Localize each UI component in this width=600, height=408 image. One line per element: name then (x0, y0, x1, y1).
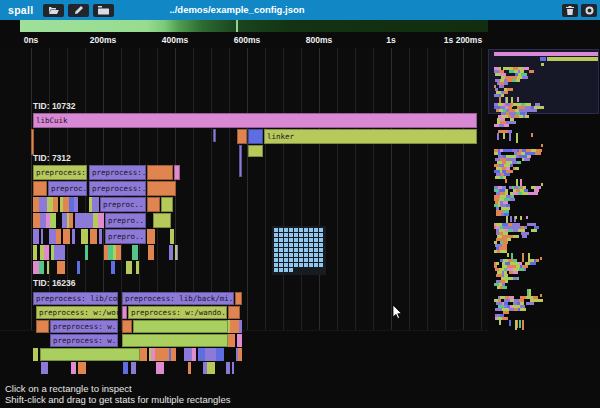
flame-fragment[interactable] (69, 213, 72, 228)
event-dot[interactable] (284, 253, 288, 257)
flame-fragment[interactable] (77, 261, 80, 274)
flame-bar[interactable] (133, 320, 228, 333)
event-dot[interactable] (314, 243, 318, 247)
event-dot[interactable] (299, 233, 303, 237)
flame-fragment[interactable] (170, 229, 173, 244)
flame-bar[interactable] (122, 334, 228, 347)
event-dot[interactable] (279, 238, 283, 242)
event-dot[interactable] (304, 263, 308, 267)
event-dot[interactable] (279, 228, 283, 232)
flame-bar[interactable] (122, 306, 127, 319)
flame-bar[interactable]: linker (264, 129, 477, 144)
flame-fragment[interactable] (228, 334, 235, 347)
event-dot[interactable] (294, 258, 298, 262)
event-dot[interactable] (299, 263, 303, 267)
flame-fragment[interactable] (188, 362, 190, 374)
flame-bar[interactable] (147, 165, 173, 180)
event-dot[interactable] (274, 258, 278, 262)
flame-bar[interactable]: preprocess:.. (89, 181, 146, 196)
event-dot[interactable] (309, 243, 313, 247)
event-dot[interactable] (314, 253, 318, 257)
event-dot[interactable] (304, 258, 308, 262)
flame-fragment[interactable] (184, 348, 193, 361)
event-dot[interactable] (274, 253, 278, 257)
event-dot[interactable] (289, 263, 293, 267)
flame-bar[interactable]: preprocess:.. (89, 165, 146, 180)
flame-fragment[interactable] (41, 229, 43, 244)
flame-bar[interactable] (174, 165, 180, 180)
event-dot[interactable] (279, 233, 283, 237)
flame-fragment[interactable] (171, 348, 176, 361)
flame-fragment[interactable] (57, 261, 65, 274)
flame-fragment[interactable] (198, 348, 205, 361)
flame-bar[interactable]: preprocess:.. (33, 165, 87, 180)
event-dot[interactable] (289, 248, 293, 252)
event-dot[interactable] (309, 253, 313, 257)
event-dot[interactable] (279, 243, 283, 247)
flame-bar[interactable] (239, 145, 242, 177)
open-file-button[interactable] (43, 4, 64, 17)
flame-fragment[interactable] (148, 245, 153, 260)
flame-fragment[interactable] (239, 320, 242, 333)
flame-bar[interactable]: preproc.. (48, 181, 87, 196)
flame-bar[interactable]: libCuik (33, 113, 477, 128)
flame-bar[interactable] (40, 348, 140, 361)
trace-minimap[interactable] (488, 48, 600, 330)
dense-events-panel[interactable] (272, 226, 326, 275)
event-dot[interactable] (274, 263, 278, 267)
flame-fragment[interactable] (237, 334, 242, 347)
event-dot[interactable] (319, 238, 323, 242)
flame-fragment[interactable] (98, 197, 99, 212)
flame-fragment[interactable] (49, 229, 56, 244)
event-dot[interactable] (289, 258, 293, 262)
flame-fragment[interactable] (80, 213, 87, 228)
flame-fragment[interactable] (192, 348, 195, 361)
timeline-overview-strip[interactable] (20, 20, 488, 32)
flame-bar[interactable] (122, 320, 132, 333)
event-dot[interactable] (299, 228, 303, 232)
flame-bar[interactable]: preprocess: w:/work.. (36, 306, 118, 319)
flame-fragment[interactable] (47, 261, 49, 274)
event-dot[interactable] (289, 233, 293, 237)
flame-bar[interactable] (33, 181, 47, 196)
flame-bar[interactable] (161, 197, 173, 212)
event-dot[interactable] (289, 253, 293, 257)
event-dot[interactable] (319, 243, 323, 247)
flame-fragment[interactable] (39, 261, 43, 274)
event-dot[interactable] (319, 233, 323, 237)
event-dot[interactable] (319, 258, 323, 262)
event-dot[interactable] (274, 248, 278, 252)
flame-fragment[interactable] (62, 245, 64, 260)
flame-fragment[interactable] (63, 229, 70, 244)
event-dot[interactable] (294, 263, 298, 267)
event-dot[interactable] (309, 238, 313, 242)
flame-fragment[interactable] (207, 362, 215, 374)
event-dot[interactable] (314, 233, 318, 237)
flame-bar[interactable] (248, 145, 263, 157)
time-ruler[interactable]: 0ns200ms400ms600ms800ms1s1s 200ms (0, 32, 600, 48)
event-dot[interactable] (304, 238, 308, 242)
flame-bar[interactable]: preprocess: w.. (50, 334, 118, 347)
event-dot[interactable] (279, 253, 283, 257)
flame-fragment[interactable] (53, 197, 58, 212)
flame-fragment[interactable] (72, 229, 75, 244)
event-dot[interactable] (289, 243, 293, 247)
event-dot[interactable] (274, 233, 278, 237)
flame-fragment[interactable] (216, 348, 224, 361)
flame-fragment[interactable] (123, 362, 128, 374)
flame-fragment[interactable] (50, 213, 56, 228)
event-dot[interactable] (274, 243, 278, 247)
event-dot[interactable] (309, 228, 313, 232)
event-dot[interactable] (294, 228, 298, 232)
flame-fragment[interactable] (116, 245, 122, 260)
event-dot[interactable] (319, 228, 323, 232)
event-dot[interactable] (294, 248, 298, 252)
event-dot[interactable] (274, 268, 278, 272)
event-dot[interactable] (289, 228, 293, 232)
event-dot[interactable] (289, 238, 293, 242)
flame-bar[interactable]: preprocess: lib/back/mi.. (122, 292, 234, 305)
event-dot[interactable] (284, 238, 288, 242)
flame-fragment[interactable] (230, 320, 239, 333)
event-dot[interactable] (314, 258, 318, 262)
trash-button[interactable] (562, 4, 578, 17)
